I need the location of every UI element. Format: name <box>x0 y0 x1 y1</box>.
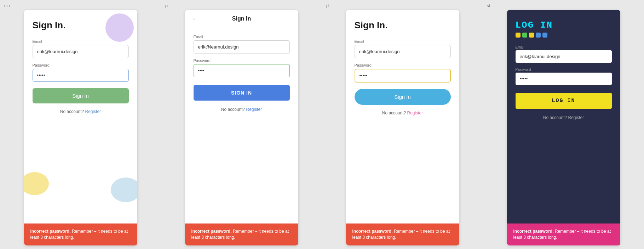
card-body-mu: Sign In. Email Password Sign In No accou… <box>24 10 137 223</box>
register-link-mu[interactable]: Register <box>85 109 101 114</box>
error-bar-pr: Incorrect password. Remember – it needs … <box>185 223 298 245</box>
email-input-vi[interactable] <box>516 50 612 63</box>
blob-yellow-decoration <box>24 172 49 195</box>
phone-card-mu: Sign In. Email Password Sign In No accou… <box>24 10 137 245</box>
log-in-title-vi: LOG IN <box>516 20 612 30</box>
dot-1 <box>516 33 521 38</box>
register-link-pl[interactable]: Register <box>407 111 423 115</box>
back-arrow-icon[interactable]: ← <box>192 15 199 23</box>
panel-label-mu: mu <box>3 4 10 8</box>
email-label-pl: Email <box>355 39 451 44</box>
password-label-pr: Password <box>194 58 290 63</box>
phone-card-vi: LOG IN Email Password LOG IN No account?… <box>507 10 620 245</box>
email-label-pr: Email <box>194 35 290 39</box>
phone-card-pr: ← Sign In Email Password SIGN IN No acco… <box>185 10 298 245</box>
error-bar-pl: Incorrect password. Remember – it needs … <box>346 223 459 245</box>
password-label-pl: Password <box>355 63 451 67</box>
panel-mu: mu Sign In. Email Password Sign In No ac… <box>0 0 161 249</box>
password-label-mu: Password <box>33 63 129 67</box>
register-link-vi[interactable]: Register <box>568 115 584 120</box>
card-body-pr: Email Password SIGN IN No account? Regis… <box>185 28 298 223</box>
dot-4 <box>536 33 541 38</box>
password-input-mu[interactable] <box>33 69 129 82</box>
panel-pl: pl Sign In. Email Password Sign In No ac… <box>322 0 483 249</box>
card-header-pr: ← Sign In <box>185 10 298 28</box>
error-bar-mu: Incorrect password. Remember – it needs … <box>24 223 137 245</box>
password-field-group-pl: Password <box>355 63 451 83</box>
email-input-pl[interactable] <box>355 45 451 58</box>
dot-5 <box>542 33 547 38</box>
blob-blue-decoration <box>111 177 137 202</box>
password-input-pr[interactable] <box>194 64 290 77</box>
panel-label-vi: vi <box>486 4 490 8</box>
phone-card-pl: Sign In. Email Password Sign In No accou… <box>346 10 459 245</box>
card-body-vi: LOG IN Email Password LOG IN No account?… <box>507 10 620 223</box>
email-field-group-pr: Email <box>194 35 290 53</box>
email-input-mu[interactable] <box>33 45 129 58</box>
password-input-pl[interactable] <box>355 69 451 83</box>
password-field-group-vi: Password <box>516 68 612 85</box>
dot-2 <box>522 33 527 38</box>
email-field-group-vi: Email <box>516 45 612 63</box>
card-body-pl: Sign In. Email Password Sign In No accou… <box>346 10 459 223</box>
log-in-button-vi[interactable]: LOG IN <box>516 93 612 109</box>
register-link-pr[interactable]: Register <box>246 107 262 112</box>
error-bar-vi: Incorrect password. Remember – it needs … <box>507 223 620 245</box>
email-label-vi: Email <box>516 45 612 49</box>
email-field-group-pl: Email <box>355 39 451 58</box>
spacer-pl <box>355 115 451 137</box>
panel-label-pl: pl <box>325 4 329 8</box>
sign-in-title-pl: Sign In. <box>355 20 451 31</box>
dots-decoration-vi <box>516 33 612 38</box>
panel-label-pr: pr <box>164 4 169 8</box>
panel-pr: pr ← Sign In Email Password SIGN IN No a… <box>161 0 322 249</box>
email-field-group-mu: Email <box>33 39 129 58</box>
sign-in-button-pr[interactable]: SIGN IN <box>194 85 290 101</box>
no-account-pr: No account? Register <box>194 107 290 112</box>
password-input-vi[interactable] <box>516 73 612 85</box>
spacer-mu <box>33 114 129 135</box>
password-field-group-mu: Password <box>33 63 129 82</box>
password-field-group-pr: Password <box>194 58 290 77</box>
email-input-pr[interactable] <box>194 40 290 53</box>
header-title-pr: Sign In <box>232 16 251 22</box>
panel-vi: vi LOG IN Email Password LOG IN No accou <box>483 0 644 249</box>
email-label-mu: Email <box>33 39 129 44</box>
sign-in-button-pl[interactable]: Sign In <box>355 89 451 105</box>
no-account-vi: No account? Register <box>516 115 612 120</box>
sign-in-title-mu: Sign In. <box>33 20 129 31</box>
no-account-pl: No account? Register <box>355 111 451 115</box>
dot-3 <box>529 33 534 38</box>
sign-in-button-mu[interactable]: Sign In <box>33 88 129 103</box>
no-account-mu: No account? Register <box>33 109 129 114</box>
password-label-vi: Password <box>516 68 612 72</box>
